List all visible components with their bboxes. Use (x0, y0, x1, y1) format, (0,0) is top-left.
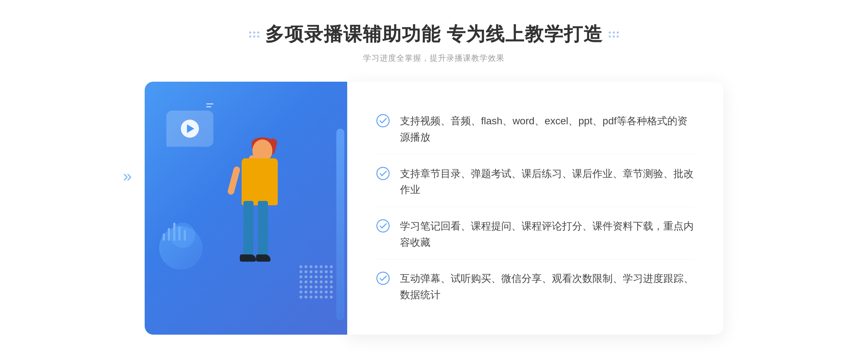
right-decorator (609, 31, 619, 38)
figure-illustration (205, 132, 307, 335)
chevron-icon: » (123, 168, 132, 184)
feature-text-3: 学习笔记回看、课程提问、课程评论打分、课件资料下载，重点内容收藏 (400, 218, 694, 251)
content-area: 支持视频、音频、flash、word、excel、ppt、pdf等各种格式的资源… (145, 82, 723, 335)
subtitle: 学习进度全掌握，提升录播课教学效果 (249, 53, 619, 64)
check-icon-1 (376, 114, 390, 128)
figure-shoe-right (256, 254, 271, 262)
figure-arm-left (227, 166, 241, 196)
feature-text-2: 支持章节目录、弹题考试、课后练习、课后作业、章节测验、批改作业 (400, 166, 694, 198)
play-triangle-icon (187, 124, 194, 133)
title-row: 多项录播课辅助功能 专为线上教学打造 (249, 22, 619, 47)
small-circle (170, 223, 195, 248)
main-title: 多项录播课辅助功能 专为线上教学打造 (265, 22, 603, 47)
feature-item-3: 学习笔记回看、课程提问、课程评论打分、课件资料下载，重点内容收藏 (376, 210, 694, 260)
left-decorator (249, 31, 259, 38)
feature-item-1: 支持视频、音频、flash、word、excel、ppt、pdf等各种格式的资源… (376, 104, 694, 155)
figure-body (242, 158, 278, 205)
play-icon (181, 120, 199, 138)
sparkle-decoration (206, 102, 213, 109)
feature-item-4: 互动弹幕、试听购买、微信分享、观看次数限制、学习进度跟踪、数据统计 (376, 262, 694, 312)
check-icon-3 (376, 219, 390, 233)
sparkle-line-2 (206, 106, 211, 107)
header-section: 多项录播课辅助功能 专为线上教学打造 学习进度全掌握，提升录播课教学效果 (249, 22, 619, 64)
features-panel: 支持视频、音频、flash、word、excel、ppt、pdf等各种格式的资源… (347, 82, 723, 335)
svg-point-1 (377, 167, 389, 180)
illustration-panel (145, 82, 347, 335)
svg-point-3 (377, 272, 389, 284)
blue-accent-bar (336, 129, 344, 320)
figure-leg-left (243, 201, 254, 259)
left-chevrons-deco: » (123, 168, 132, 184)
check-icon-4 (376, 271, 390, 285)
figure-leg-right (258, 201, 268, 259)
svg-point-2 (377, 220, 389, 232)
page-container: » 多项录播课辅助功能 专为线上教学打造 学习进度全掌握，提升录播课教学效果 (0, 0, 868, 352)
feature-text-1: 支持视频、音频、flash、word、excel、ppt、pdf等各种格式的资源… (400, 113, 694, 146)
svg-point-0 (377, 115, 389, 127)
sparkle-line-1 (206, 103, 213, 104)
figure-shoe-left (240, 254, 256, 262)
feature-item-2: 支持章节目录、弹题考试、课后练习、课后作业、章节测验、批改作业 (376, 157, 694, 207)
feature-text-4: 互动弹幕、试听购买、微信分享、观看次数限制、学习进度跟踪、数据统计 (400, 271, 694, 303)
check-icon-2 (376, 167, 390, 180)
